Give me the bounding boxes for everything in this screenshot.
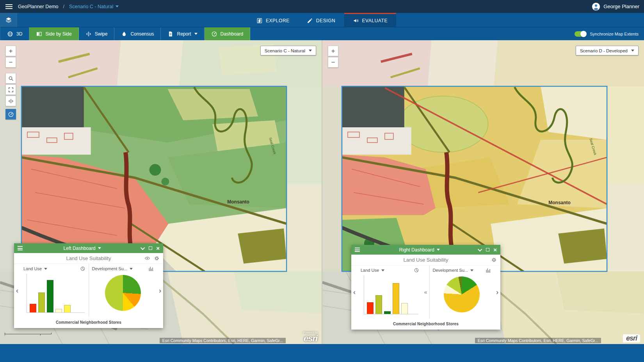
pie-chart-widget: Development Su... xyxy=(429,266,495,319)
chart-type-bar-icon[interactable] xyxy=(486,267,491,273)
carousel-prev-icon[interactable]: ‹ xyxy=(351,266,358,319)
main-menubar: EXPLORE DESIGN EVALUATE xyxy=(0,13,644,27)
left-scenario-selector[interactable]: Scenario C - Natural xyxy=(260,46,316,55)
layers-icon[interactable] xyxy=(0,13,17,27)
dashboard-menu-icon[interactable] xyxy=(18,246,23,250)
dashboard-title: Left Dashboard xyxy=(64,246,96,251)
zoom-in-button[interactable]: + xyxy=(328,46,338,56)
3d-button[interactable]: 3D xyxy=(0,27,29,40)
gear-icon[interactable] xyxy=(491,257,497,263)
chevron-down-icon xyxy=(309,50,312,52)
consensus-button[interactable]: Consensus xyxy=(114,27,161,40)
chart-field-selector[interactable]: Development Su... xyxy=(433,268,474,273)
chart-type-pie-icon[interactable] xyxy=(414,267,419,273)
dashboard-titlebar[interactable]: Left Dashboard × xyxy=(14,243,163,253)
carousel-prev-icon[interactable]: ‹ xyxy=(14,264,20,317)
dashboard-tool-button[interactable] xyxy=(5,109,16,119)
chart-type-pie-icon[interactable] xyxy=(80,266,85,271)
chart-carousel: ‹ Land Use « Development S xyxy=(351,266,500,319)
chart-field-selector[interactable]: Development Su... xyxy=(92,266,133,271)
close-icon[interactable]: × xyxy=(493,247,497,253)
user-avatar-icon[interactable] xyxy=(592,2,600,11)
bar-segment xyxy=(367,302,374,314)
zoom-in-button[interactable]: + xyxy=(5,46,16,56)
chart-footer-label: Commercial Neighborhood Stores xyxy=(14,317,163,328)
left-dashboard-window: Left Dashboard × Land Use Suitability ‹ xyxy=(14,243,163,328)
maximize-icon[interactable] xyxy=(486,248,489,251)
chevron-down-icon xyxy=(381,269,384,271)
close-icon[interactable]: × xyxy=(156,245,160,251)
chart-type-bar-icon[interactable] xyxy=(148,266,154,271)
dashboard-menu-icon[interactable] xyxy=(355,248,360,252)
chart-field-selector[interactable]: Land Use xyxy=(361,268,384,273)
right-scenario-label: Scenario D - Developed xyxy=(580,48,628,53)
tab-explore[interactable]: EXPLORE xyxy=(248,13,298,27)
right-dashboard-window: Right Dashboard × Land Use Suitability ‹ xyxy=(351,245,500,330)
carousel-next-icon[interactable]: › xyxy=(157,264,163,317)
esri-wordmark: esri xyxy=(626,334,637,342)
right-map-panel: Monsanto Seal Creek + − Scenario D - Dev… xyxy=(322,40,644,344)
zoom-out-button[interactable]: − xyxy=(5,57,16,68)
dashboard-title-dropdown[interactable]: Left Dashboard xyxy=(23,246,142,251)
swipe-arrows-icon xyxy=(8,98,14,104)
top-app-bar: GeoPlanner Demo / Scenario C - Natural G… xyxy=(0,0,644,13)
maximize-icon[interactable] xyxy=(149,246,152,250)
dashboard-button[interactable]: Dashboard xyxy=(205,27,251,40)
zoom-out-button[interactable]: − xyxy=(328,57,338,68)
swipe-button-label: Swipe xyxy=(95,31,108,37)
chart-carousel: ‹ Land Use Development Su... xyxy=(14,264,163,317)
side-by-side-button[interactable]: Side by Side xyxy=(29,27,78,40)
globe-icon xyxy=(7,31,13,37)
map-attribution: Esri Community Maps Contributors, Esri, … xyxy=(160,338,286,343)
bar-chart-widget: Land Use xyxy=(20,264,89,317)
right-scenario-selector[interactable]: Scenario D - Developed xyxy=(576,46,639,55)
widget-title: Land Use Suitability xyxy=(14,255,163,261)
carousel-next-icon[interactable]: › xyxy=(494,266,500,319)
tab-design[interactable]: DESIGN xyxy=(298,13,344,27)
gear-icon[interactable] xyxy=(154,255,160,261)
tab-explore-label: EXPLORE xyxy=(266,18,290,23)
user-name[interactable]: George Planner xyxy=(603,4,639,9)
3d-button-label: 3D xyxy=(16,31,22,37)
widget-header: Land Use Suitability xyxy=(14,253,163,264)
carousel-collapse-icon[interactable]: « xyxy=(422,266,429,319)
development-suitability-pie-chart xyxy=(105,275,141,311)
chart-field-label: Development Su... xyxy=(433,268,468,273)
sync-extents-toggle[interactable] xyxy=(575,31,586,37)
chevron-down-icon xyxy=(130,268,133,270)
dashboard-titlebar[interactable]: Right Dashboard × xyxy=(351,245,500,255)
tab-design-label: DESIGN xyxy=(316,18,336,23)
swipe-tool-button[interactable] xyxy=(5,96,16,106)
map-label-monsanto: Monsanto xyxy=(548,200,571,205)
breadcrumb-scenario-label: Scenario C - Natural xyxy=(69,4,113,9)
tab-evaluate[interactable]: EVALUATE xyxy=(344,13,396,27)
dashboard-title-dropdown[interactable]: Right Dashboard xyxy=(360,247,479,253)
default-extent-button[interactable] xyxy=(5,84,16,95)
report-button[interactable]: Report xyxy=(161,27,204,40)
chevron-down-icon xyxy=(116,5,119,7)
chevron-down-icon xyxy=(631,50,634,52)
map-label-monsanto: Monsanto xyxy=(227,199,249,205)
dashboard-title: Right Dashboard xyxy=(399,247,434,253)
bar-segment xyxy=(38,292,45,312)
gauge-icon xyxy=(211,31,217,37)
chevron-down-icon xyxy=(98,247,101,249)
chart-field-label: Land Use xyxy=(23,266,42,271)
esri-logo: Powered by esri xyxy=(303,331,318,343)
swipe-button[interactable]: Swipe xyxy=(79,27,115,40)
sync-extents-label: Synchronize Map Extents xyxy=(590,32,639,36)
development-suitability-pie-chart xyxy=(444,276,480,312)
search-icon xyxy=(8,75,14,82)
chart-field-selector[interactable]: Land Use xyxy=(23,266,47,271)
app-menu-icon[interactable] xyxy=(5,3,13,11)
bar-segment xyxy=(30,304,36,312)
tab-evaluate-label: EVALUATE xyxy=(362,18,388,23)
report-button-label: Report xyxy=(177,31,191,37)
app-title[interactable]: GeoPlanner Demo xyxy=(18,4,59,9)
explore-icon xyxy=(256,18,263,24)
eye-icon[interactable] xyxy=(144,255,150,261)
breadcrumb-scenario-dropdown[interactable]: Scenario C - Natural xyxy=(69,4,119,9)
bar-segment xyxy=(384,311,391,314)
swipe-icon xyxy=(85,31,92,37)
search-button[interactable] xyxy=(5,73,16,84)
